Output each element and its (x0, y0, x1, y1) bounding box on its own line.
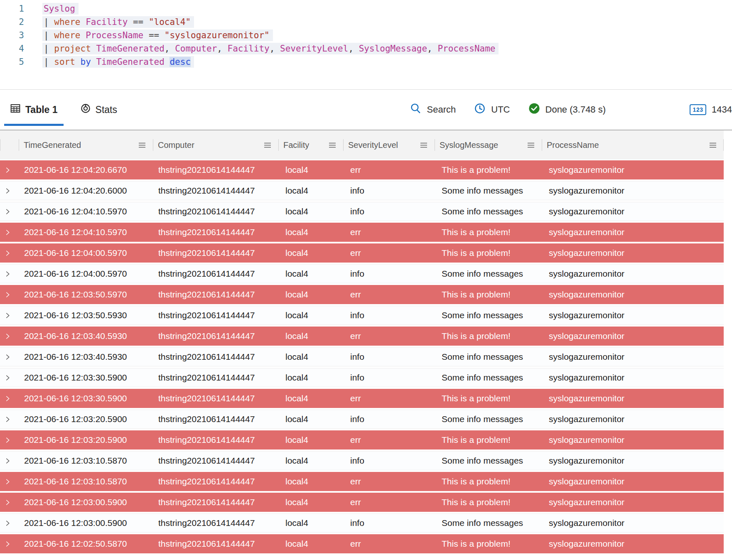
table-row[interactable]: 2021-06-16 12:04:00.5970thstring20210614… (0, 264, 724, 283)
status-label: Done (3.748 s) (545, 104, 606, 115)
row-expander-chevron[interactable] (0, 291, 19, 298)
table-row[interactable]: 2021-06-16 12:04:10.5970thstring20210614… (0, 202, 724, 221)
cell-message: This is a problem! (435, 248, 542, 258)
column-menu-icon[interactable] (328, 142, 337, 148)
cell-facility: local4 (278, 290, 343, 300)
grid-header: TimeGeneratedComputerFacilitySeverityLev… (0, 130, 724, 160)
code-line[interactable]: 2| where Facility == "local4" (0, 15, 732, 29)
timezone-button[interactable]: UTC (474, 103, 510, 117)
row-expander-chevron[interactable] (0, 229, 19, 236)
cell-facility: local4 (278, 248, 343, 258)
row-expander-chevron[interactable] (0, 499, 19, 506)
tab-label: Stats (96, 104, 117, 115)
cell-computer: thstring20210614144447 (153, 310, 278, 320)
row-expander-chevron[interactable] (0, 416, 19, 423)
cell-level: info (343, 186, 435, 196)
row-expander-chevron[interactable] (0, 520, 19, 527)
code-line[interactable]: 3| where ProcessName == "syslogazuremoni… (0, 29, 732, 42)
column-header-process[interactable]: ProcessName (542, 130, 724, 160)
code-line[interactable]: 1Syslog (0, 2, 732, 15)
row-expander-chevron[interactable] (0, 437, 19, 444)
cell-level: err (343, 248, 435, 258)
table-row[interactable]: 2021-06-16 12:04:20.6670thstring20210614… (0, 160, 724, 179)
cell-process: syslogazuremonitor (542, 476, 724, 486)
column-header-computer[interactable]: Computer (153, 130, 278, 160)
table-row[interactable]: 2021-06-16 12:03:10.5870thstring20210614… (0, 451, 724, 470)
table-row[interactable]: 2021-06-16 12:03:00.5900thstring20210614… (0, 513, 724, 533)
row-expander-chevron[interactable] (0, 354, 19, 361)
column-header-time[interactable]: TimeGenerated (19, 130, 153, 160)
cell-facility: local4 (278, 393, 343, 403)
code-line[interactable]: 5| sort by TimeGenerated desc (0, 55, 732, 69)
column-menu-icon[interactable] (138, 142, 146, 148)
cell-level: err (343, 393, 435, 403)
cell-message: This is a problem! (435, 393, 542, 403)
column-menu-icon[interactable] (527, 142, 535, 148)
cell-process: syslogazuremonitor (542, 393, 724, 403)
cell-facility: local4 (278, 476, 343, 486)
column-menu-icon[interactable] (263, 142, 272, 148)
cell-level: info (343, 456, 435, 466)
table-icon (10, 103, 21, 116)
row-expander-chevron[interactable] (0, 312, 19, 319)
cell-computer: thstring20210614144447 (153, 539, 278, 549)
cell-message: Some info messages (435, 310, 542, 320)
query-status: Done (3.748 s) (528, 103, 606, 117)
search-button[interactable]: Search (410, 103, 456, 117)
row-expander-chevron[interactable] (0, 374, 19, 381)
code-line[interactable]: 4| project TimeGenerated, Computer, Faci… (0, 42, 732, 55)
cell-facility: local4 (278, 414, 343, 424)
query-editor[interactable]: 1Syslog2| where Facility == "local4"3| w… (0, 0, 732, 69)
row-expander-chevron[interactable] (0, 395, 19, 402)
cell-message: This is a problem! (435, 497, 542, 507)
table-row[interactable]: 2021-06-16 12:03:30.5900thstring20210614… (0, 389, 724, 408)
table-row[interactable]: 2021-06-16 12:03:00.5900thstring20210614… (0, 493, 724, 512)
table-row[interactable]: 2021-06-16 12:04:10.5970thstring20210614… (0, 223, 724, 242)
cell-computer: thstring20210614144447 (153, 414, 278, 424)
cell-process: syslogazuremonitor (542, 539, 724, 549)
row-expander-chevron[interactable] (0, 167, 19, 174)
column-menu-icon[interactable] (420, 142, 428, 148)
cell-computer: thstring20210614144447 (153, 331, 278, 341)
cell-message: Some info messages (435, 414, 542, 424)
table-row[interactable]: 2021-06-16 12:03:10.5870thstring20210614… (0, 472, 724, 491)
row-expander-chevron[interactable] (0, 540, 19, 548)
row-expander-chevron[interactable] (0, 478, 19, 485)
table-row[interactable]: 2021-06-16 12:03:30.5900thstring20210614… (0, 368, 724, 387)
tab-label: Table 1 (25, 104, 58, 115)
column-header-facility[interactable]: Facility (278, 130, 343, 160)
row-expander-chevron[interactable] (0, 333, 19, 340)
row-expander-chevron[interactable] (0, 270, 19, 278)
row-expander-chevron[interactable] (0, 250, 19, 257)
table-row[interactable]: 2021-06-16 12:04:00.5970thstring20210614… (0, 243, 724, 263)
table-row[interactable]: 2021-06-16 12:04:20.6000thstring20210614… (0, 181, 724, 200)
column-menu-icon[interactable] (709, 142, 717, 148)
cell-computer: thstring20210614144447 (153, 476, 278, 486)
column-header-message[interactable]: SyslogMessage (435, 130, 542, 160)
timezone-label: UTC (491, 104, 510, 115)
cell-computer: thstring20210614144447 (153, 373, 278, 383)
code-text: Syslog (42, 3, 79, 15)
table-row[interactable]: 2021-06-16 12:03:50.5930thstring20210614… (0, 306, 724, 325)
cell-message: Some info messages (435, 352, 542, 362)
column-header-level[interactable]: SeverityLevel (343, 130, 435, 160)
cell-process: syslogazuremonitor (542, 352, 724, 362)
row-expander-chevron[interactable] (0, 187, 19, 194)
cell-facility: local4 (278, 435, 343, 445)
table-row[interactable]: 2021-06-16 12:02:50.5870thstring20210614… (0, 534, 724, 553)
row-expander-chevron[interactable] (0, 457, 19, 464)
table-row[interactable]: 2021-06-16 12:03:20.5900thstring20210614… (0, 430, 724, 449)
table-row[interactable]: 2021-06-16 12:03:50.5970thstring20210614… (0, 285, 724, 304)
cell-time: 2021-06-16 12:03:00.5900 (19, 497, 153, 507)
cell-level: err (343, 227, 435, 237)
tab-table1[interactable]: Table 1 (4, 90, 64, 130)
tab-stats[interactable]: Stats (74, 90, 123, 130)
row-expander-chevron[interactable] (0, 208, 19, 215)
cell-facility: local4 (278, 269, 343, 279)
table-row[interactable]: 2021-06-16 12:03:20.5900thstring20210614… (0, 410, 724, 429)
grid-body: 2021-06-16 12:04:20.6670thstring20210614… (0, 160, 724, 553)
table-row[interactable]: 2021-06-16 12:03:40.5930thstring20210614… (0, 347, 724, 366)
cell-computer: thstring20210614144447 (153, 290, 278, 300)
table-row[interactable]: 2021-06-16 12:03:40.5930thstring20210614… (0, 327, 724, 346)
line-number: 5 (0, 57, 24, 67)
